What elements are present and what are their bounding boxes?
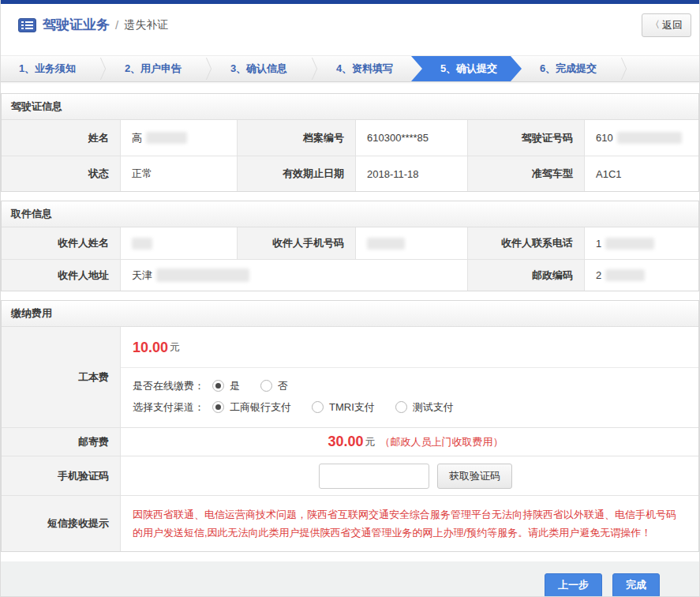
radio-icon	[260, 380, 272, 392]
recipient-phone-value: 1	[584, 227, 698, 259]
archive-number-label: 档案编号	[237, 120, 355, 156]
step-1-notice: 1、业务须知	[1, 56, 94, 81]
steps-filler	[627, 56, 699, 81]
radio-channel-test-label: 测试支付	[413, 400, 454, 415]
card-fee-row: 工本费 10.00 元 是否在线缴费： 是 否	[2, 327, 698, 427]
recipient-mobile-value	[355, 227, 467, 259]
expiry-date-label: 有效期止日期	[237, 156, 355, 191]
redacted-value	[156, 268, 249, 282]
radio-online-yes-label: 是	[230, 379, 240, 393]
step-3-confirm-info: 3、确认信息	[212, 56, 305, 81]
steps-bar: 1、业务须知 2、用户申告 3、确认信息 4、资料填写 5、确认提交 6、完成提…	[1, 55, 699, 82]
card-fee-label: 工本费	[2, 327, 120, 427]
name-label: 姓名	[2, 120, 120, 156]
expiry-date-value: 2018-11-18	[355, 156, 467, 191]
radio-channel-icbc-label: 工商银行支付	[230, 400, 291, 415]
card-fee-unit: 元	[170, 340, 180, 355]
captcha-input[interactable]	[319, 464, 429, 489]
step-1-label: 1、业务须知	[19, 62, 76, 76]
breadcrumb-separator: /	[115, 18, 118, 32]
postage-fee-content: 30.00 元 （邮政人员上门收取费用）	[120, 427, 698, 456]
online-pay-question: 是否在线缴费：	[133, 379, 204, 393]
redacted-value	[132, 238, 152, 250]
recipient-address-label: 收件人地址	[2, 259, 120, 291]
archive-number-value: 610300****85	[355, 120, 467, 156]
redacted-value	[617, 132, 682, 144]
step-separator-icon	[615, 56, 627, 81]
get-captcha-button[interactable]: 获取验证码	[437, 464, 512, 489]
online-pay-line: 是否在线缴费： 是 否	[121, 375, 698, 396]
recipient-name-value	[120, 227, 237, 259]
postage-fee-note: （邮政人员上门收取费用）	[380, 435, 503, 449]
postage-fee-row: 邮寄费 30.00 元 （邮政人员上门收取费用）	[2, 427, 698, 456]
step-2-declare: 2、用户申告	[107, 56, 200, 81]
recipient-phone-label: 收件人联系电话	[467, 227, 584, 259]
fees-title: 缴纳费用	[2, 301, 698, 327]
postage-fee-unit: 元	[365, 435, 376, 449]
license-info-title: 驾驶证信息	[2, 94, 698, 120]
pickup-info-section: 取件信息 收件人姓名 收件人手机号码 收件人联系电话 1 收件人地址 天津 邮政…	[1, 201, 699, 291]
license-info-table: 姓名 高 档案编号 610300****85 驾驶证号码 610 状态 正常 有…	[2, 120, 698, 191]
divider	[121, 367, 698, 368]
redacted-value	[605, 238, 654, 250]
step-separator-icon	[94, 56, 107, 81]
step-3-label: 3、确认信息	[230, 62, 287, 76]
sms-notice-content: 因陕西省联通、电信运营商技术问题，陕西省互联网交通安全综合服务管理平台无法向持陕…	[120, 495, 698, 551]
license-info-section: 驾驶证信息 姓名 高 档案编号 610300****85 驾驶证号码 610 状…	[1, 93, 699, 192]
redacted-value	[146, 132, 187, 144]
back-button-label: 返回	[662, 18, 683, 32]
pay-channel-line: 选择支付渠道： 工商银行支付 TMRI支付 测试支付	[121, 396, 698, 418]
list-icon	[18, 18, 36, 32]
pickup-info-table: 收件人姓名 收件人手机号码 收件人联系电话 1 收件人地址 天津 邮政编码 2	[2, 227, 698, 291]
fees-section: 缴纳费用 工本费 10.00 元 是否在线缴费： 是 否	[1, 300, 699, 552]
radio-online-no-label: 否	[278, 379, 288, 393]
postage-fee-label: 邮寄费	[2, 427, 120, 456]
step-6-label: 6、完成提交	[540, 62, 597, 76]
radio-channel-icbc[interactable]: 工商银行支付	[212, 400, 291, 415]
radio-channel-test[interactable]: 测试支付	[395, 400, 454, 415]
pay-channel-question: 选择支付渠道：	[133, 400, 204, 415]
step-5-confirm-submit: 5、确认提交	[411, 56, 522, 81]
radio-icon	[312, 401, 324, 413]
step-6-complete: 6、完成提交	[522, 56, 615, 81]
breadcrumb: 驾驶证业务 / 遗失补证	[18, 16, 168, 34]
card-fee-amount-line: 10.00 元	[121, 336, 698, 359]
radio-icon	[395, 401, 407, 413]
step-separator-icon	[200, 56, 212, 81]
radio-online-no[interactable]: 否	[260, 379, 288, 393]
step-2-label: 2、用户申告	[125, 62, 182, 76]
postage-fee-amount: 30.00	[328, 434, 363, 450]
recipient-name-label: 收件人姓名	[2, 227, 120, 259]
recipient-mobile-label: 收件人手机号码	[237, 227, 355, 259]
captcha-row: 手机验证码 获取验证码	[2, 456, 698, 495]
status-label: 状态	[2, 156, 120, 191]
captcha-content: 获取验证码	[120, 456, 698, 495]
license-number-label: 驾驶证号码	[467, 120, 584, 156]
card-fee-amount: 10.00	[133, 340, 168, 356]
redacted-value	[367, 238, 405, 250]
footer-bar: 上一步 完成	[1, 561, 699, 597]
sms-notice-row: 短信接收提示 因陕西省联通、电信运营商技术问题，陕西省互联网交通安全综合服务管理…	[2, 495, 698, 551]
page-title: 驾驶证业务	[43, 16, 110, 34]
radio-online-yes[interactable]: 是	[212, 379, 240, 393]
radio-channel-tmri[interactable]: TMRI支付	[312, 400, 375, 415]
sms-notice-text: 因陕西省联通、电信运营商技术问题，陕西省互联网交通安全综合服务管理平台无法向持陕…	[133, 505, 686, 542]
postcode-label: 邮政编码	[467, 259, 584, 291]
name-value: 高	[120, 120, 237, 156]
step-separator-icon	[305, 56, 318, 81]
postcode-value: 2	[584, 259, 698, 291]
step-4-label: 4、资料填写	[336, 62, 393, 76]
status-value: 正常	[120, 156, 237, 191]
card-fee-content: 10.00 元 是否在线缴费： 是 否 选择支付渠道：	[120, 327, 698, 427]
step-4-fill-data: 4、资料填写	[318, 56, 411, 81]
radio-icon	[212, 380, 224, 392]
finish-button[interactable]: 完成	[612, 573, 660, 597]
page: 驾驶证业务 / 遗失补证 〈 返回 1、业务须知 2、用户申告 3、确认信息 4…	[0, 0, 700, 597]
breadcrumb-current: 遗失补证	[124, 18, 168, 32]
back-button[interactable]: 〈 返回	[642, 13, 691, 37]
radio-channel-tmri-label: TMRI支付	[329, 400, 375, 415]
vehicle-class-label: 准驾车型	[467, 156, 584, 191]
previous-step-button[interactable]: 上一步	[545, 573, 602, 597]
header: 驾驶证业务 / 遗失补证 〈 返回	[1, 4, 699, 46]
pickup-info-title: 取件信息	[2, 201, 698, 227]
